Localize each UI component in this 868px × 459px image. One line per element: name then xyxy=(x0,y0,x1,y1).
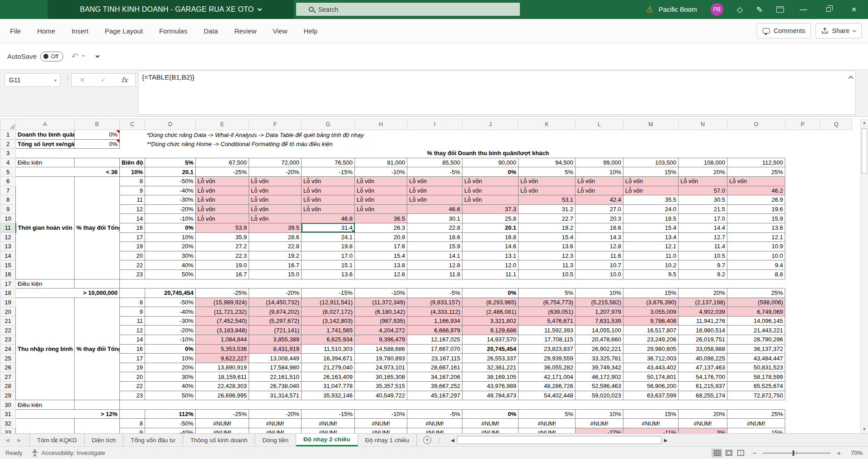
cell-Q22[interactable] xyxy=(821,326,852,335)
cell-J27[interactable]: 38,169,105 xyxy=(462,372,519,382)
cell-N24[interactable]: 33,058,988 xyxy=(679,344,727,354)
ribbon-tab-review[interactable]: Review xyxy=(234,27,256,35)
cell-D12[interactable]: 10% xyxy=(145,232,196,242)
row-header-18[interactable]: 18 xyxy=(0,289,16,298)
cell-D26[interactable]: 20% xyxy=(145,363,196,372)
cell-N23[interactable]: 26,019,751 xyxy=(679,335,727,345)
cell-A6[interactable]: Thời gian hoàn vốn xyxy=(16,176,75,279)
ribbon-tab-file[interactable]: File xyxy=(10,27,21,35)
cell-L15[interactable]: 10.7 xyxy=(576,260,623,270)
cell-M33[interactable]: -11% xyxy=(623,428,679,434)
cell-O1[interactable]: *Dùng chức năng Data -> What-if Analysis… xyxy=(145,130,785,140)
cell-Q11[interactable] xyxy=(821,223,852,232)
cell-P6[interactable] xyxy=(785,176,821,186)
cell-M11[interactable]: 15.4 xyxy=(623,223,679,232)
cell-D31[interactable]: 112% xyxy=(145,409,196,419)
cell-G26[interactable]: 21,279,040 xyxy=(302,363,355,372)
cell-H7[interactable]: Lỗ vốn xyxy=(355,186,407,195)
cell-A3[interactable] xyxy=(16,149,75,158)
cell-J10[interactable]: 25.8 xyxy=(462,214,519,223)
cell-E22[interactable]: (3,183,848) xyxy=(196,326,249,335)
row-header-2[interactable]: 2 xyxy=(0,139,16,149)
cell-C22[interactable]: 12 xyxy=(120,326,145,335)
cell-J14[interactable]: 13.1 xyxy=(462,251,519,260)
cell-M10[interactable]: 18.5 xyxy=(623,214,679,223)
cell-P28[interactable] xyxy=(785,382,821,391)
cell-I31[interactable]: -5% xyxy=(407,409,462,419)
col-header-E[interactable]: E xyxy=(196,119,249,130)
cell-P13[interactable] xyxy=(785,242,821,251)
cell-Q27[interactable] xyxy=(821,372,852,382)
cell-G18[interactable]: -15% xyxy=(302,289,355,298)
cell-L25[interactable]: 33,325,781 xyxy=(576,354,623,363)
cell-P20[interactable] xyxy=(785,307,821,317)
cell-G32[interactable]: #NUM! xyxy=(302,419,355,428)
cell-Q33[interactable] xyxy=(821,428,852,434)
col-header-L[interactable]: L xyxy=(576,119,623,130)
cell-C4[interactable]: Biên độ xyxy=(120,158,145,167)
cell-C11[interactable]: 16 xyxy=(120,223,145,232)
cell-M26[interactable]: 43,443,402 xyxy=(623,363,679,372)
col-header-F[interactable]: F xyxy=(249,119,302,130)
zoom-slider[interactable] xyxy=(763,453,830,454)
cell-I16[interactable]: 11.8 xyxy=(407,270,462,279)
scroll-down-icon[interactable]: ▼ xyxy=(861,427,868,431)
sheet-tab-3[interactable]: Tổng vốn đầu tư xyxy=(123,434,183,446)
cell-C27[interactable]: 20 xyxy=(120,372,145,382)
cell-H15[interactable]: 13.8 xyxy=(355,260,407,270)
zoom-level[interactable]: 70% xyxy=(847,450,863,456)
cell-E30[interactable] xyxy=(196,400,249,410)
cell-N25[interactable]: 40,098,225 xyxy=(679,354,727,363)
cell-M8[interactable]: 35.5 xyxy=(623,195,679,205)
collapse-formula-bar-icon[interactable] xyxy=(848,76,853,80)
cell-P32[interactable] xyxy=(785,419,821,428)
cell-M31[interactable]: 15% xyxy=(623,409,679,419)
cell-L33[interactable]: -27% xyxy=(576,428,623,434)
cell-F7[interactable]: Lỗ vốn xyxy=(249,186,302,195)
cell-D17[interactable] xyxy=(145,279,196,289)
cell-C26[interactable]: 19 xyxy=(120,363,145,372)
sheet-tab-6[interactable]: Độ nhạy 2 chiều xyxy=(296,434,358,446)
row-header-15[interactable]: 15 xyxy=(0,260,16,270)
cell-I26[interactable]: 28,667,161 xyxy=(407,363,462,372)
cell-P18[interactable] xyxy=(785,289,821,298)
cell-I22[interactable]: 6,666,979 xyxy=(407,326,462,335)
cell-Q25[interactable] xyxy=(821,354,852,363)
cell-Q14[interactable] xyxy=(821,251,852,260)
workbook-title[interactable]: BANG TINH KINH DOANH - GARAGE RUA XE OTO xyxy=(80,5,254,14)
vertical-scroll-thumb[interactable] xyxy=(862,128,867,174)
cell-L7[interactable]: Lỗ vốn xyxy=(576,186,623,195)
cell-F13[interactable]: 22.8 xyxy=(249,242,302,251)
cell-C14[interactable]: 20 xyxy=(120,251,145,260)
col-header-A[interactable]: A xyxy=(16,119,75,130)
ribbon-tab-help[interactable]: Help xyxy=(304,27,318,35)
cell-N20[interactable]: 4,902,039 xyxy=(679,307,727,317)
cell-M5[interactable]: 15% xyxy=(623,167,679,177)
cell-M21[interactable]: 9,786,408 xyxy=(623,316,679,326)
cell-O30[interactable] xyxy=(727,400,785,410)
cell-O23[interactable]: 28,790,296 xyxy=(727,335,785,345)
cell-Q19[interactable] xyxy=(821,298,852,307)
cell-C21[interactable]: 11 xyxy=(120,316,145,326)
cell-N22[interactable]: 18,980,514 xyxy=(679,326,727,335)
cell-O5[interactable]: 25% xyxy=(727,167,785,177)
cell-E3[interactable] xyxy=(196,149,249,158)
cell-J23[interactable]: 14,937,570 xyxy=(462,335,519,345)
cell-I19[interactable]: (9,833,157) xyxy=(407,298,462,307)
horizontal-scroll-thumb[interactable] xyxy=(457,436,661,444)
cell-G19[interactable]: (12,911,541) xyxy=(302,298,355,307)
formula-input[interactable]: {=TABLE(B1,B2)} xyxy=(138,71,856,115)
cell-C25[interactable]: 17 xyxy=(120,354,145,363)
cell-F9[interactable]: Lỗ vốn xyxy=(249,204,302,214)
cell-P19[interactable] xyxy=(785,298,821,307)
row-header-11[interactable]: 11 xyxy=(0,223,16,232)
cell-G25[interactable]: 16,394,671 xyxy=(302,354,355,363)
cell-I15[interactable]: 12.8 xyxy=(407,260,462,270)
zoom-in-icon[interactable]: + xyxy=(837,449,841,457)
cell-P29[interactable] xyxy=(785,391,821,400)
cell-F18[interactable]: -20% xyxy=(249,289,302,298)
cell-M12[interactable]: 13.4 xyxy=(623,232,679,242)
cell-F4[interactable]: 72,000 xyxy=(249,158,302,167)
cell-K16[interactable]: 10.5 xyxy=(519,270,576,279)
cell-I18[interactable]: -5% xyxy=(407,289,462,298)
